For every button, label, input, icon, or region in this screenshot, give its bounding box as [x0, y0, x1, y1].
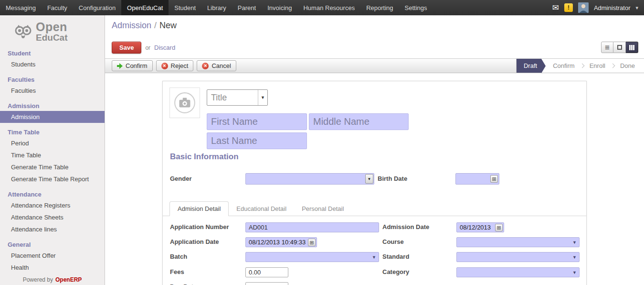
application-date-input[interactable]: 08/12/2013 10:49:33 ⊞ [245, 237, 317, 247]
birth-date-input[interactable]: ⊞ [455, 173, 499, 185]
status-step-draft[interactable]: Draft [517, 59, 541, 73]
reject-cross-icon: × [161, 63, 168, 69]
owl-logo-icon [14, 24, 32, 39]
sidebar-item-generate-time-table-report[interactable]: Generate Time Table Report [0, 173, 105, 185]
sidebar-item-period[interactable]: Period [0, 137, 105, 149]
sidebar-item-students[interactable]: Students [0, 58, 105, 70]
reject-button[interactable]: × Reject [156, 60, 194, 71]
cancel-button[interactable]: × Cancel [197, 60, 236, 71]
breadcrumb-parent-link[interactable]: Admission [112, 21, 151, 30]
sidebar-section-faculties: Faculties Faculties [0, 75, 105, 97]
form-view-button[interactable] [613, 42, 626, 53]
kanban-view-button[interactable] [626, 42, 638, 53]
save-button[interactable]: Save [112, 42, 141, 54]
list-view-icon: ≡ [605, 44, 610, 52]
sidebar-section-time-table: Time Table Period Time Table Generate Ti… [0, 127, 105, 185]
record-actions: Save or Discard [112, 42, 175, 54]
sidebar-item-admission[interactable]: Admission [0, 111, 105, 123]
sidebar-section-admission: Admission Admission [0, 101, 105, 123]
application-date-label: Application Date [170, 238, 219, 245]
sidebar-item-placement-offer[interactable]: Placement Offer [0, 250, 105, 262]
warning-badge-icon[interactable]: ! [564, 3, 573, 12]
status-step-confirm[interactable]: Confirm [546, 59, 582, 73]
list-view-button[interactable]: ≡ [601, 42, 613, 53]
breadcrumb-current: New [159, 21, 177, 30]
discard-link[interactable]: Discard [154, 44, 175, 51]
sidebar-item-health[interactable]: Health [0, 262, 105, 274]
breadcrumb-separator: / [154, 21, 157, 30]
gender-label: Gender [170, 175, 192, 182]
tab-admision-detail[interactable]: Admision Detail [169, 201, 229, 216]
first-name-input[interactable] [207, 113, 307, 130]
detail-tabs: Admision Detail Educational Detail Perso… [163, 202, 586, 216]
user-menu[interactable]: Administrator [594, 4, 631, 11]
tab-educational-detail[interactable]: Educational Detail [229, 202, 294, 216]
course-select[interactable]: ▼ [456, 237, 580, 247]
powered-by-footer: Powered by OpenERP [0, 274, 105, 285]
status-step-enroll[interactable]: Enroll [582, 59, 612, 73]
topbar-menu-faculty[interactable]: Faculty [42, 0, 73, 15]
user-avatar[interactable] [578, 2, 589, 13]
admission-date-input[interactable]: 08/12/2013 ⊞ [456, 222, 504, 232]
birth-date-calendar-icon[interactable]: ⊞ [490, 175, 498, 183]
sidebar-section-attendance: Attendance Attendance Registers Attendan… [0, 189, 105, 235]
breadcrumb: Admission/New [112, 21, 177, 31]
or-label: or [145, 44, 150, 51]
fees-input[interactable] [245, 267, 288, 277]
last-name-input[interactable] [207, 132, 307, 149]
topbar-menu-human-resources[interactable]: Human Resources [297, 0, 360, 15]
cancel-button-label: Cancel [211, 62, 231, 69]
main-content: Admission/New Save or Discard ≡ Confirm … [105, 15, 644, 285]
sidebar-item-generate-time-table[interactable]: Generate Time Table [0, 161, 105, 173]
status-step-done[interactable]: Done [613, 59, 642, 73]
workflow-statusbar: Draft Confirm Enroll Done [516, 59, 644, 73]
standard-select[interactable]: ▼ [456, 252, 580, 262]
standard-select-arrow-icon: ▼ [572, 255, 577, 260]
application-number-input[interactable] [245, 222, 379, 232]
sidebar-item-time-table[interactable]: Time Table [0, 149, 105, 161]
gender-select-arrow-icon: ▼ [365, 174, 373, 184]
topbar-menu-settings[interactable]: Settings [399, 0, 433, 15]
topbar-menu-openeducat[interactable]: OpenEduCat [121, 0, 169, 15]
application-date-calendar-icon[interactable]: ⊞ [308, 239, 316, 246]
topbar-menu-configuration[interactable]: Configuration [73, 0, 121, 15]
category-label: Category [382, 268, 409, 275]
course-select-arrow-icon: ▼ [572, 240, 577, 245]
topbar-menu-parent[interactable]: Parent [232, 0, 262, 15]
form-toolbar: Confirm × Reject × Cancel Draft Confirm … [105, 58, 644, 73]
form-view-icon [617, 45, 622, 50]
topbar-menu-student[interactable]: Student [169, 0, 201, 15]
sidebar-section-title: Student [0, 48, 105, 58]
openerp-brand-link[interactable]: OpenERP [55, 276, 82, 283]
sidebar-section-title: Faculties [0, 75, 105, 85]
topbar-menu-messaging[interactable]: Messaging [0, 0, 42, 15]
student-photo-placeholder[interactable] [169, 88, 200, 118]
topbar-right: ✉ ! Administrator ▾ [552, 0, 644, 15]
batch-select[interactable]: ▼ [245, 252, 379, 262]
sidebar: Open EduCat Student Students Faculties F… [0, 15, 105, 285]
admission-date-value: 08/12/2013 [460, 224, 491, 231]
user-menu-caret-icon[interactable]: ▾ [635, 5, 638, 11]
due-date-label: Due Date [170, 283, 197, 285]
messages-envelope-icon[interactable]: ✉ [552, 4, 559, 12]
sidebar-item-attendance-sheets[interactable]: Attendance Sheets [0, 211, 105, 223]
topbar-menu-invoicing[interactable]: Invoicing [262, 0, 297, 15]
sidebar-item-attendance-lines[interactable]: Attendance lines [0, 223, 105, 235]
sidebar-item-attendance-registers[interactable]: Attendance Registers [0, 199, 105, 211]
topbar-menu-library[interactable]: Library [201, 0, 232, 15]
due-date-input[interactable] [245, 282, 288, 285]
sidebar-item-faculties[interactable]: Faculties [0, 85, 105, 97]
gender-select[interactable]: ▼ [245, 173, 374, 185]
title-select-arrow-icon: ▼ [258, 90, 267, 105]
reject-button-label: Reject [171, 62, 189, 69]
category-select[interactable]: ▼ [456, 267, 580, 277]
middle-name-input[interactable] [309, 113, 409, 130]
topbar-menu-reporting[interactable]: Reporting [360, 0, 399, 15]
tab-personal-detail[interactable]: Personal Detail [294, 202, 351, 216]
confirm-button[interactable]: Confirm [112, 60, 153, 71]
application-date-value: 08/12/2013 10:49:33 [249, 239, 306, 246]
sidebar-section-title: Time Table [0, 127, 105, 137]
cancel-cross-icon: × [202, 63, 209, 69]
title-select[interactable]: Title ▼ [207, 89, 268, 106]
admission-date-calendar-icon[interactable]: ⊞ [495, 224, 503, 231]
